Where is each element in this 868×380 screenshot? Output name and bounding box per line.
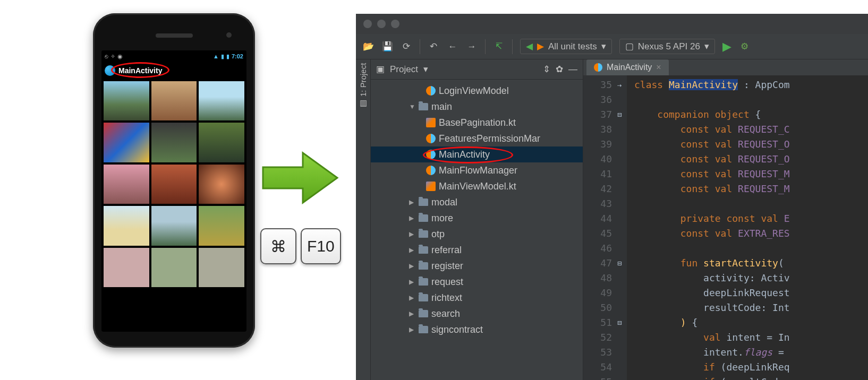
project-tool-label: 1: Project <box>359 63 368 97</box>
thumbnail[interactable] <box>104 81 149 120</box>
tree-file-mainactivity[interactable]: MainActivity <box>371 146 583 162</box>
chevron-down-icon: ▼ <box>409 103 415 110</box>
tree-file[interactable]: MainFlowManager <box>371 162 583 178</box>
chevron-right-icon: ▶ <box>409 262 415 270</box>
chevron-right-icon: ▶ <box>409 198 415 206</box>
tree-folder[interactable]: ▶register <box>371 258 583 274</box>
debug-icon: ✧ <box>110 53 115 60</box>
thumbnail[interactable] <box>199 206 244 245</box>
project-panel: ▣ Project ▾ ⇕ ✿ — LoginViewModel ▼main B… <box>371 59 583 380</box>
run-button-icon[interactable]: ▶ <box>722 40 731 54</box>
project-tree: LoginViewModel ▼main BasePagination.kt F… <box>371 80 583 341</box>
chevron-right-icon: ▶ <box>409 278 415 286</box>
thumbnail[interactable] <box>151 165 197 204</box>
thumbnail[interactable] <box>104 165 149 204</box>
signal-icon: ▮ <box>221 53 224 60</box>
folder-icon <box>419 262 428 270</box>
device-icon: ▢ <box>625 41 634 52</box>
photo-grid <box>101 79 246 289</box>
tree-folder[interactable]: ▶signcontract <box>371 322 583 338</box>
kotlin-file-icon <box>426 182 436 191</box>
ide-window: 📂 💾 ⟳ ↶ ← → ↸ ◀▶ All unit tests ▾ ▢ Nexu… <box>356 14 868 380</box>
thumbnail[interactable] <box>199 123 244 162</box>
kotlin-class-icon <box>426 86 436 96</box>
tree-file[interactable]: BasePagination.kt <box>371 115 583 131</box>
arrow-right-icon <box>260 149 340 207</box>
tree-folder[interactable]: ▶richtext <box>371 290 583 306</box>
thumbnail[interactable] <box>151 81 197 120</box>
thumbnail[interactable] <box>104 248 149 287</box>
thumbnail[interactable] <box>151 206 197 245</box>
forward-icon[interactable]: → <box>466 41 478 53</box>
close-window-icon[interactable] <box>363 20 372 28</box>
tree-folder[interactable]: ▶modal <box>371 194 583 210</box>
back-icon[interactable]: ← <box>447 41 458 53</box>
thumbnail[interactable] <box>151 248 197 287</box>
usb-icon: ⎋ <box>105 53 108 60</box>
editor: MainActivity × 3536373839404142434445464… <box>583 59 868 380</box>
chevron-down-icon: ▾ <box>704 41 709 52</box>
chevron-right-icon: ▶ <box>409 294 415 301</box>
maximize-window-icon[interactable] <box>391 20 399 28</box>
folder-icon <box>419 326 428 333</box>
chevron-right-icon: ▶ <box>409 326 415 333</box>
tree-folder-main[interactable]: ▼main <box>371 99 583 115</box>
window-titlebar <box>356 14 868 34</box>
tree-folder[interactable]: ▶search <box>371 306 583 322</box>
tree-folder[interactable]: ▶request <box>371 274 583 290</box>
project-view-icon: ▣ <box>376 64 385 75</box>
sync-icon: ◉ <box>117 53 123 60</box>
thumbnail[interactable] <box>199 165 244 204</box>
kotlin-class-icon <box>426 166 436 175</box>
run-config-dropdown[interactable]: ◀▶ All unit tests ▾ <box>520 39 612 54</box>
phone-camera <box>226 32 232 38</box>
tree-file[interactable]: FeaturesPermissionMar <box>371 131 583 146</box>
debug-icon[interactable]: ⚙ <box>739 41 751 53</box>
thumbnail[interactable] <box>199 248 244 287</box>
kotlin-class-icon <box>594 63 602 72</box>
thumbnail[interactable] <box>104 123 149 162</box>
kotlin-class-icon <box>426 150 436 159</box>
status-bar: ⎋✧◉ ▲ ▮ ▮ 7:02 <box>101 50 246 62</box>
hammer-icon[interactable]: ↸ <box>493 41 505 53</box>
editor-tab-mainactivity[interactable]: MainActivity × <box>586 59 669 75</box>
tool-window-stripe[interactable]: ▤1: Project <box>356 59 371 380</box>
open-icon[interactable]: 📂 <box>362 41 374 53</box>
chevron-down-icon: ▾ <box>601 41 606 52</box>
close-tab-icon[interactable]: × <box>656 63 661 72</box>
project-tool-icon: ▤ <box>358 100 368 107</box>
device-dropdown[interactable]: ▢ Nexus 5 API 26 ▾ <box>619 39 715 54</box>
folder-icon <box>419 230 428 238</box>
tree-file[interactable]: LoginViewModel <box>371 83 583 99</box>
folder-icon <box>419 246 428 254</box>
undo-icon[interactable]: ↶ <box>428 41 439 53</box>
phone-mockup: ⎋✧◉ ▲ ▮ ▮ 7:02 MainActivity <box>93 13 255 348</box>
gear-icon[interactable]: ✿ <box>556 64 563 75</box>
project-view-label[interactable]: Project <box>390 64 418 75</box>
chevron-down-icon: ▾ <box>423 64 428 75</box>
sync-icon[interactable]: ⟳ <box>401 41 412 53</box>
phone-speaker <box>156 33 193 38</box>
collapse-icon[interactable]: ⇕ <box>543 64 550 75</box>
minimize-panel-icon[interactable]: — <box>568 64 577 75</box>
folder-icon <box>419 103 428 110</box>
f10-key: F10 <box>301 228 341 264</box>
gutter-marks: ⇢ ⊟ ⊟ ⊟ <box>617 75 627 380</box>
kotlin-file-icon <box>426 118 436 127</box>
save-icon[interactable]: 💾 <box>381 41 393 53</box>
code-area[interactable]: 3536373839404142434445464748495051525354… <box>583 75 868 380</box>
thumbnail[interactable] <box>151 123 197 162</box>
source-code[interactable]: class MainActivity : AppCom companion ob… <box>627 75 868 380</box>
minimize-window-icon[interactable] <box>377 20 386 28</box>
thumbnail[interactable] <box>104 206 149 245</box>
ide-toolbar: 📂 💾 ⟳ ↶ ← → ↸ ◀▶ All unit tests ▾ ▢ Nexu… <box>356 34 868 59</box>
thumbnail[interactable] <box>199 81 244 120</box>
tree-file[interactable]: MainViewModel.kt <box>371 178 583 194</box>
tree-folder[interactable]: ▶otp <box>371 226 583 242</box>
folder-icon <box>419 198 428 206</box>
tree-folder[interactable]: ▶referral <box>371 242 583 258</box>
tree-folder[interactable]: ▶more <box>371 210 583 226</box>
command-key: ⌘ <box>260 228 296 264</box>
run-config-label: All unit tests <box>548 41 597 52</box>
device-label: Nexus 5 API 26 <box>638 41 700 52</box>
